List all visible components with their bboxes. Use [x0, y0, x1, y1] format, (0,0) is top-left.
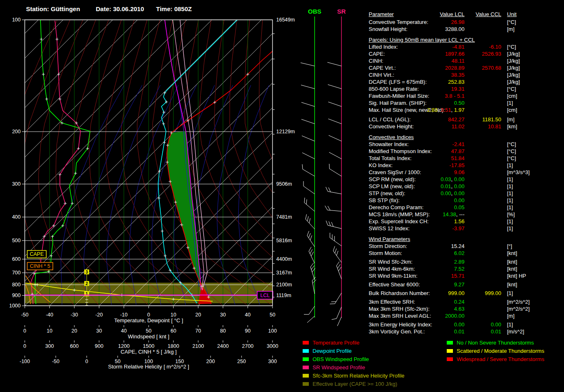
svg-text:2: 2: [85, 281, 88, 286]
value-lcl: 9.27: [369, 281, 464, 288]
wind-barb: [337, 262, 341, 279]
section-title: Wind Parameters: [369, 236, 563, 243]
parameter-row: Convective Temperature:26.98[°C]: [369, 19, 563, 26]
parameter-row: Exp. Supercell Index CH:1.56[1]: [369, 218, 563, 225]
legend-label: Scattered / Moderate Thunderstorms: [457, 348, 544, 354]
value-lcl: 0.24: [369, 298, 464, 305]
value-lcl: 15.24: [369, 243, 464, 250]
parameter-row: CAPE:1897.662526.93[J/kg]: [369, 50, 563, 57]
parameter-row: 3km Vorticity Gen. Pot.:0.010.01[m/s^2]: [369, 328, 563, 335]
altitude-label: 9506m: [276, 181, 292, 187]
altitude-label: 5816m: [276, 238, 292, 243]
wind-barb: [301, 102, 315, 106]
sr-column-label: SR: [337, 8, 346, 15]
altitude-label: 7481m: [276, 214, 292, 220]
parameter-row: CINH Virt.:38.35[J/kg]: [369, 71, 563, 78]
axis-title: Temperature, Dewpoint [ °C ]: [114, 317, 183, 324]
wind-barb: [329, 152, 341, 159]
parameter-row: SR Wind Sfc-2km:2.89[knt]: [369, 258, 563, 265]
axis-tick-label: 90: [245, 328, 251, 334]
value-lcl: 14.38, ---: [369, 211, 464, 218]
value-lcl: 48.11: [369, 57, 464, 64]
parameter-row: 850-600 Lapse Rate:19.31[°C]: [369, 85, 563, 92]
parameter-row: Derecho Comp Param:0.05[1]: [369, 204, 563, 211]
pressure-label: 900: [12, 293, 21, 298]
parameter-row: SR Wind 9km-11km:15.71[knt] HP: [369, 272, 563, 279]
axis-tick-label: -10: [120, 312, 128, 318]
wind-barb: [312, 277, 316, 294]
parameter-row: SCP LM (new, old):0.01, 0.00[1]: [369, 183, 563, 190]
parameter-row: Lifted Index:-4.81-6.10[°C]: [369, 43, 563, 50]
parameter-row: 3km Energy Helicity Index:0.000.00[1]: [369, 321, 563, 328]
wind-barb: [302, 153, 315, 159]
unit-label: [knt]: [507, 265, 517, 272]
wind-barb: [328, 85, 341, 89]
legend-label: No / Non Severe Thunderstorms: [457, 340, 534, 346]
axis-tick-label: -20: [95, 312, 103, 318]
pressure-label: 500: [12, 238, 21, 243]
parameter-row: SR Wind 4km-6km:7.52[knt]: [369, 265, 563, 272]
value-lcl: 6.02: [369, 250, 464, 257]
legend-swatch: [303, 357, 309, 361]
unit-label: [km]: [507, 123, 517, 130]
unit-label: [1]: [507, 176, 513, 183]
axis-title: CAPE, CINH * 5 [ J/kg ]: [121, 349, 177, 355]
axis-title: Windspeed [ knt ]: [128, 333, 169, 340]
wind-barb-columns: OBSSR: [301, 8, 346, 326]
axis-tick-label: 50: [146, 328, 152, 334]
parameter-row: Storm Direction:15.24[°]: [369, 243, 563, 250]
value-lcl: 4.63: [369, 305, 464, 312]
unit-label: [°C]: [507, 43, 516, 50]
axis-tick-label: 2100: [192, 343, 204, 349]
parameter-rows: Convective Temperature:26.98[°C]Snowfall…: [369, 19, 563, 335]
wind-barb: [302, 164, 315, 176]
unit-label: [m^2/s^2]: [507, 298, 530, 305]
parameter-row: STP (new, old):0.00, 0.00[1]: [369, 190, 563, 197]
axis-tick-label: 0: [24, 343, 26, 349]
altitude-label: 2100m: [276, 282, 292, 288]
value-lcl: 3.8 - 5.1: [369, 92, 464, 99]
parameter-row: CINH:48.11[J/kg]: [369, 57, 563, 64]
legend-label: SR Windspeed Profile: [313, 364, 365, 371]
parameter-row: SCP RM (new, old):0.03, 0.00[1]: [369, 176, 563, 183]
altitude-label: 1119m: [276, 293, 291, 298]
wind-barb: [303, 181, 315, 194]
unit-label: [knt]: [507, 258, 517, 265]
unit-label: [°C]: [507, 148, 516, 155]
legend-label: Dewpoint Profile: [313, 348, 352, 354]
unit-label: [knt] HP: [507, 272, 526, 279]
wind-barb: [301, 63, 315, 66]
value-lcl: 0.01, 0.00: [369, 183, 464, 190]
wind-barb: [301, 119, 315, 124]
legend-label: Sfc-3km Storm Relative Helicity Profile: [313, 373, 405, 379]
unit-label: [1]: [507, 290, 513, 297]
wind-barb: [333, 246, 341, 262]
value-lcl: 0.00, 0.00: [369, 190, 464, 197]
unit-label: [m^3/s^3]: [507, 169, 530, 176]
value-lcl: 19.31: [369, 85, 464, 92]
wind-barb: [307, 231, 315, 247]
unit-label: [°]: [507, 243, 512, 250]
value-lcl: 0.50: [369, 99, 464, 106]
value-lcl: 9.06: [369, 169, 464, 176]
wind-barb: [330, 233, 341, 246]
unit-label: [°C]: [507, 19, 516, 26]
altitude-label: 16549m: [276, 17, 295, 23]
wind-barb: [326, 221, 341, 229]
unit-label: [J/kg]: [507, 57, 520, 64]
altitude-label: 3167m: [276, 270, 292, 276]
value-ccl: 2526.93: [369, 50, 501, 57]
axis-tick-label: -50: [52, 359, 59, 364]
axis-tick-label: 30: [96, 328, 102, 334]
unit-label: [knt]: [507, 250, 517, 257]
parameter-row: Sig. Hail Param. (SHIP):0.50[1]: [369, 99, 563, 106]
value-lcl: 15.71: [369, 272, 464, 279]
axis-tick-label: 70: [195, 328, 201, 334]
value-ccl: 1181.50: [369, 116, 501, 123]
value-ccl: 2570.68: [369, 64, 501, 71]
axis-tick-label: 1200: [118, 343, 130, 349]
axis-tick-label: -40: [46, 312, 53, 318]
unit-label: [J/kg]: [507, 71, 520, 78]
value-lcl: 47.87: [369, 148, 464, 155]
pressure-label: 400: [12, 214, 21, 220]
